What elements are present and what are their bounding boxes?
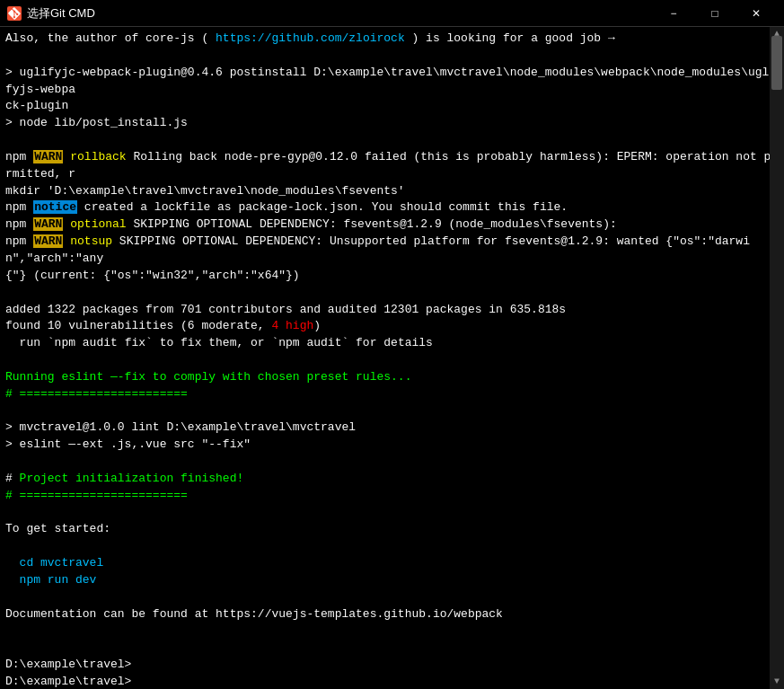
terminal-line-warn-notsup1: npm WARN notsup SKIPPING OPTIONAL DEPEND… (5, 234, 779, 268)
terminal-line-npm-run-dev: npm run dev (5, 572, 779, 589)
terminal-line-blank8 (5, 538, 779, 555)
scrollbar[interactable]: ▲ ▼ (770, 27, 784, 689)
title-bar-title: 选择Git CMD (27, 5, 95, 22)
title-bar: 选择Git CMD − □ ✕ (0, 0, 784, 27)
terminal-line-blank2 (5, 132, 779, 149)
terminal-line-blank10 (5, 623, 779, 640)
terminal-line-blank4 (5, 352, 779, 369)
terminal: Also, the author of core-js ( https://gi… (0, 27, 784, 689)
terminal-line-blank6 (5, 454, 779, 471)
terminal-line-found: found 10 vulnerabilities (6 moderate, 4 … (5, 318, 779, 335)
terminal-line-prompt1: D:\example\travel> (5, 657, 779, 674)
scrollbar-thumb[interactable] (771, 36, 782, 90)
terminal-line-cd: cd mvctravel (5, 555, 779, 572)
terminal-line-eslint-running: Running eslint —-fix to comply with chos… (5, 369, 779, 386)
minimize-button[interactable]: − (653, 0, 694, 27)
terminal-line-audit: run `npm audit fix` to fix them, or `npm… (5, 335, 779, 352)
terminal-line-to-get-started: To get started: (5, 521, 779, 538)
terminal-line-prompt2: D:\example\travel> (5, 674, 779, 689)
scrollbar-down-arrow[interactable]: ▼ (770, 675, 784, 689)
terminal-line-uglify: > uglifyjс-webpack-plugin@0.4.6 postinst… (5, 65, 779, 99)
terminal-line-blank5 (5, 403, 779, 420)
terminal-line-blank1 (5, 48, 779, 65)
terminal-line-node: > node lib/post_install.js (5, 115, 779, 132)
terminal-line-blank11 (5, 640, 779, 657)
terminal-line-mvctravel-lint: > mvctravel@1.0.0 lint D:\example\travel… (5, 420, 779, 437)
terminal-line-warn-rollback: npm WARN rollback Rolling back node-pre-… (5, 149, 779, 183)
maximize-button[interactable]: □ (694, 0, 736, 27)
close-button[interactable]: ✕ (736, 0, 777, 27)
terminal-line-warn-optional: npm WARN optional SKIPPING OPTIONAL DEPE… (5, 216, 779, 234)
terminal-line-documentation: Documentation can be found at https://vu… (5, 606, 779, 623)
terminal-line-eslint-cmd: > eslint —-ext .js,.vue src "--fix" (5, 437, 779, 454)
terminal-line-project-finished: # Project initialization finished! (5, 471, 779, 488)
terminal-line-divider1: # ======================== (5, 386, 779, 403)
terminal-line-warn-notsup2: {"} (current: {"os":"win32","arch":"x64"… (5, 268, 779, 285)
git-icon (7, 6, 22, 21)
terminal-line-added: added 1322 packages from 701 contributor… (5, 302, 779, 319)
terminal-line-uglify2: ck-plugin (5, 98, 779, 115)
title-bar-left: 选择Git CMD (7, 5, 95, 22)
terminal-line-info: Also, the author of core-js ( https://gi… (5, 31, 779, 48)
terminal-line-blank9 (5, 589, 779, 606)
terminal-line-notice: npm notice created a lockfile as package… (5, 199, 779, 216)
title-bar-controls: − □ ✕ (653, 0, 777, 27)
terminal-line-mkdir: mkdir 'D:\example\travel\mvctravel\node_… (5, 183, 779, 200)
terminal-line-divider2: # ======================== (5, 488, 779, 505)
terminal-line-blank7 (5, 505, 779, 522)
terminal-line-blank3 (5, 285, 779, 302)
